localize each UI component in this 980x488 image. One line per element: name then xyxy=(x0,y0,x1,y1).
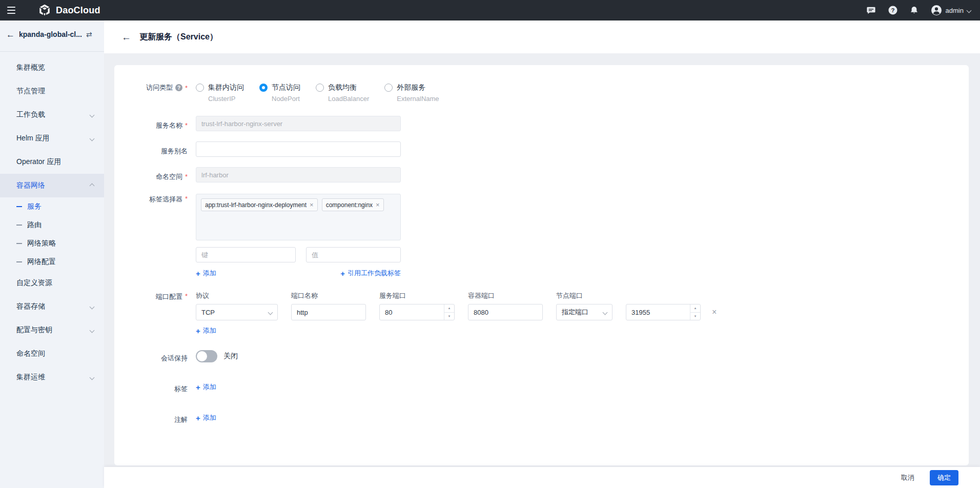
selector-tag: component:nginx × xyxy=(322,198,384,211)
radio-clusterip[interactable]: 集群内访问 ClusterIP xyxy=(196,82,244,103)
switch-cluster-icon[interactable]: ⇄ xyxy=(86,31,92,38)
content-area: 访问类型 ? * 集群内访问 ClusterIP 节点访问 No xyxy=(104,53,980,467)
radio-externalname[interactable]: 外部服务 ExternalName xyxy=(384,82,439,103)
chevron-down-icon xyxy=(90,375,95,380)
spinner-up-icon[interactable]: ▴ xyxy=(444,304,454,313)
protocol-select[interactable]: TCP xyxy=(196,304,278,320)
sidebar-subitem-routes[interactable]: 路由 xyxy=(0,216,104,234)
selector-value-input[interactable] xyxy=(306,247,401,262)
form-row-service-name: 服务名称* xyxy=(114,116,953,131)
access-type-radio-group: 集群内访问 ClusterIP 节点访问 NodePort 负载均衡 LoadB… xyxy=(196,82,953,103)
cluster-back-icon[interactable]: ← xyxy=(6,30,15,39)
cluster-name: kpanda-global-cl... xyxy=(19,30,82,38)
sidebar-subitem-network-policies[interactable]: 网络策略 xyxy=(0,234,104,253)
spinner-down-icon[interactable]: ▾ xyxy=(444,313,454,320)
chevron-down-icon xyxy=(90,328,95,333)
sidebar-divider xyxy=(0,51,104,52)
sidebar-item-cluster-ops[interactable]: 集群运维 xyxy=(0,365,104,389)
radio-loadbalancer[interactable]: 负载均衡 LoadBalancer xyxy=(316,82,369,103)
sidebar-item-helm-apps[interactable]: Helm 应用 xyxy=(0,127,104,150)
service-port-input[interactable] xyxy=(379,304,455,320)
spinner-down-icon[interactable]: ▾ xyxy=(690,313,700,320)
svg-text:?: ? xyxy=(891,7,894,13)
notification-bell-icon[interactable] xyxy=(909,5,920,15)
chevron-down-icon xyxy=(603,310,608,315)
form-row-namespace: 命名空间* xyxy=(114,167,953,182)
port-name-input[interactable] xyxy=(291,304,366,320)
avatar-icon xyxy=(931,5,942,16)
plus-icon: + xyxy=(196,327,200,335)
user-menu[interactable]: admin xyxy=(931,5,971,16)
service-name-input xyxy=(196,116,401,131)
reference-workload-labels-button[interactable]: +引用工作负载标签 xyxy=(340,269,401,278)
service-alias-input[interactable] xyxy=(196,141,401,157)
help-icon[interactable]: ? xyxy=(888,5,898,15)
remove-tag-icon[interactable]: × xyxy=(310,201,314,208)
port-config-headers: 协议 端口名称 服务端口 容器端口 节点端口 xyxy=(196,291,953,300)
container-port-input[interactable] xyxy=(468,304,543,320)
sidebar-item-namespaces[interactable]: 命名空间 xyxy=(0,342,104,365)
topbar: DaoCloud ? admin xyxy=(0,0,980,21)
add-annotation-button[interactable]: +添加 xyxy=(196,413,216,422)
radio-icon xyxy=(196,84,204,92)
confirm-button[interactable]: 确定 xyxy=(930,470,958,485)
cancel-button[interactable]: 取消 xyxy=(901,473,914,482)
page-title: 更新服务（Service） xyxy=(139,32,218,43)
sidebar-item-custom-resources[interactable]: 自定义资源 xyxy=(0,271,104,295)
required-mark: * xyxy=(185,121,188,129)
sidebar: ← kpanda-global-cl... ⇄ 集群概览 节点管理 工作负载 H… xyxy=(0,21,104,488)
help-icon[interactable]: ? xyxy=(175,84,182,91)
node-port-mode-select[interactable]: 指定端口 xyxy=(556,304,612,320)
sidebar-item-config-secrets[interactable]: 配置与密钥 xyxy=(0,318,104,342)
label-selector-tagbox: app:trust-lrf-harbor-nginx-deployment × … xyxy=(196,194,401,240)
chevron-down-icon xyxy=(90,112,95,117)
sidebar-subitem-network-config[interactable]: 网络配置 xyxy=(0,253,104,271)
message-icon[interactable] xyxy=(866,5,876,15)
sidebar-item-workloads[interactable]: 工作负载 xyxy=(0,103,104,127)
radio-icon xyxy=(316,84,324,92)
form-row-access-type: 访问类型 ? * 集群内访问 ClusterIP 节点访问 No xyxy=(114,82,953,103)
remove-port-row-icon[interactable]: × xyxy=(712,308,717,317)
remove-tag-icon[interactable]: × xyxy=(376,201,380,208)
sidebar-item-container-storage[interactable]: 容器存储 xyxy=(0,295,104,318)
form-row-labels: 标签 +添加 xyxy=(114,379,953,395)
add-selector-button[interactable]: +添加 xyxy=(196,269,216,278)
brand-logo: DaoCloud xyxy=(38,4,100,17)
service-port-stepper: ▴▾ xyxy=(379,304,455,320)
required-mark: * xyxy=(185,195,188,202)
form-row-port-config: 端口配置* 协议 端口名称 服务端口 容器端口 节点端口 TCP xyxy=(114,291,953,335)
form-row-annotations: 注解 +添加 xyxy=(114,410,953,425)
selector-key-input[interactable] xyxy=(196,247,296,262)
required-mark: * xyxy=(185,292,188,300)
add-label-button[interactable]: +添加 xyxy=(196,382,216,392)
plus-icon: + xyxy=(196,383,200,391)
dash-icon xyxy=(16,243,22,244)
sidebar-subitem-services[interactable]: 服务 xyxy=(0,197,104,216)
sidebar-item-operator-apps[interactable]: Operator 应用 xyxy=(0,150,104,174)
dash-icon xyxy=(16,225,22,226)
chevron-down-icon xyxy=(967,8,972,13)
sidebar-item-node-management[interactable]: 节点管理 xyxy=(0,79,104,103)
page-header: ← 更新服务（Service） xyxy=(104,21,980,53)
radio-icon xyxy=(259,84,268,92)
action-footer: 取消 确定 xyxy=(104,467,980,488)
add-port-button[interactable]: +添加 xyxy=(196,326,216,335)
cluster-selector[interactable]: ← kpanda-global-cl... ⇄ xyxy=(0,21,104,48)
page-back-icon[interactable]: ← xyxy=(121,32,131,42)
chevron-down-icon xyxy=(90,136,95,141)
sidebar-nav: 集群概览 节点管理 工作负载 Helm 应用 Operator 应用 容器网络 … xyxy=(0,56,104,488)
radio-nodeport[interactable]: 节点访问 NodePort xyxy=(259,82,300,103)
toggle-knob xyxy=(197,351,207,361)
form-row-label-selector: 标签选择器* app:trust-lrf-harbor-nginx-deploy… xyxy=(114,194,953,291)
menu-icon[interactable] xyxy=(6,6,17,14)
plus-icon: + xyxy=(196,414,200,422)
chevron-down-icon xyxy=(90,304,95,309)
form-row-service-alias: 服务别名 xyxy=(114,141,953,157)
sidebar-item-container-network[interactable]: 容器网络 xyxy=(0,174,104,197)
sidebar-item-cluster-overview[interactable]: 集群概览 xyxy=(0,56,104,79)
selector-key-value-row xyxy=(196,247,953,262)
form-row-session-affinity: 会话保持 关闭 xyxy=(114,349,953,364)
port-config-row: TCP ▴▾ 指定端口 xyxy=(196,304,953,320)
session-affinity-toggle[interactable] xyxy=(196,350,217,362)
spinner-up-icon[interactable]: ▴ xyxy=(690,304,700,313)
